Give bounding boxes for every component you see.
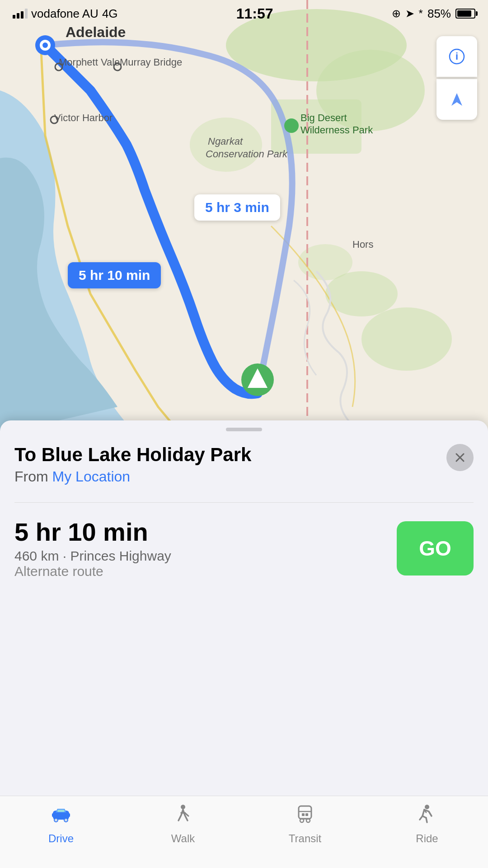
destination-title: To Blue Lake Holiday Park — [14, 444, 251, 466]
drag-handle — [226, 428, 262, 431]
route-left: 5 hr 10 min 460 km · Princes Highway Alt… — [14, 517, 397, 579]
go-button[interactable]: GO — [397, 521, 474, 576]
transit-icon — [294, 803, 316, 830]
status-right: ⊕ ➤ * 85% — [392, 7, 475, 21]
status-time: 11:57 — [236, 5, 273, 22]
close-button[interactable] — [446, 444, 474, 471]
dot-separator: · — [63, 548, 70, 563]
route-highway: Princes Highway — [70, 548, 171, 563]
tab-ride-label: Ride — [416, 832, 438, 845]
svg-rect-42 — [299, 806, 311, 819]
route-distance: 460 km — [14, 548, 59, 563]
tab-walk[interactable]: Walk — [122, 803, 244, 845]
map-area[interactable]: Adelaide Morphett Vale Murray Bridge Vic… — [0, 0, 488, 434]
tab-drive[interactable]: Drive — [0, 803, 122, 845]
tab-walk-label: Walk — [171, 832, 195, 845]
svg-rect-34 — [52, 813, 54, 817]
svg-text:Murray Bridge: Murray Bridge — [120, 57, 182, 68]
ride-icon — [416, 803, 438, 830]
location-button[interactable] — [436, 79, 477, 120]
route-label-primary: 5 hr 10 min — [68, 262, 161, 288]
route-details: 460 km · Princes Highway — [14, 548, 397, 564]
svg-rect-35 — [68, 813, 70, 817]
divider — [14, 502, 474, 503]
status-bar: vodafone AU 4G 11:57 ⊕ ➤ * 85% — [0, 0, 488, 27]
svg-text:Hors: Hors — [352, 239, 373, 250]
walk-icon — [172, 803, 194, 830]
destination-info: To Blue Lake Holiday Park From My Locati… — [14, 444, 251, 500]
tab-drive-label: Drive — [48, 832, 74, 845]
battery-percentage: 85% — [427, 7, 451, 21]
route-label-secondary: 5 hr 3 min — [194, 194, 280, 221]
tab-transit-label: Transit — [289, 832, 321, 845]
navigation-icon: ➤ — [405, 7, 414, 20]
tab-transit[interactable]: Transit — [244, 803, 366, 845]
svg-point-14 — [42, 42, 48, 48]
svg-point-7 — [361, 307, 452, 371]
status-left: vodafone AU 4G — [13, 7, 118, 21]
bluetooth-icon: * — [419, 7, 423, 20]
svg-point-50 — [425, 805, 429, 809]
svg-rect-49 — [305, 813, 308, 816]
tab-bar: Drive Walk — [0, 796, 488, 868]
svg-text:Victor Harbor: Victor Harbor — [54, 112, 113, 123]
info-button[interactable]: i — [436, 36, 477, 77]
from-row: From My Location — [14, 468, 251, 485]
svg-text:Wilderness Park: Wilderness Park — [300, 124, 373, 136]
tab-ride[interactable]: Ride — [366, 803, 488, 845]
drive-icon — [50, 803, 72, 830]
from-label: From — [14, 468, 48, 485]
svg-text:Big Desert: Big Desert — [300, 112, 347, 123]
carrier-text: vodafone AU — [31, 7, 99, 21]
from-link[interactable]: My Location — [52, 468, 131, 485]
battery-icon — [455, 9, 475, 19]
signal-bars — [13, 9, 28, 19]
svg-marker-30 — [451, 93, 462, 106]
location-status-icon: ⊕ — [392, 7, 401, 20]
svg-point-41 — [181, 805, 185, 809]
svg-text:i: i — [455, 51, 458, 62]
network-type: 4G — [102, 7, 118, 21]
route-info-row: 5 hr 10 min 460 km · Princes Highway Alt… — [14, 517, 474, 579]
svg-text:Morphett Vale: Morphett Vale — [59, 57, 120, 68]
svg-point-39 — [65, 819, 67, 821]
svg-rect-40 — [57, 810, 65, 812]
route-time: 5 hr 10 min — [14, 517, 397, 547]
svg-point-6 — [325, 271, 398, 316]
svg-text:Ngarkat: Ngarkat — [208, 136, 243, 147]
map-buttons: i — [436, 36, 477, 120]
alternate-label: Alternate route — [14, 564, 397, 579]
svg-rect-48 — [302, 813, 305, 816]
svg-text:Conservation Park: Conservation Park — [206, 148, 288, 160]
svg-point-24 — [284, 118, 299, 133]
destination-header: To Blue Lake Holiday Park From My Locati… — [14, 444, 474, 500]
svg-point-38 — [55, 819, 57, 821]
